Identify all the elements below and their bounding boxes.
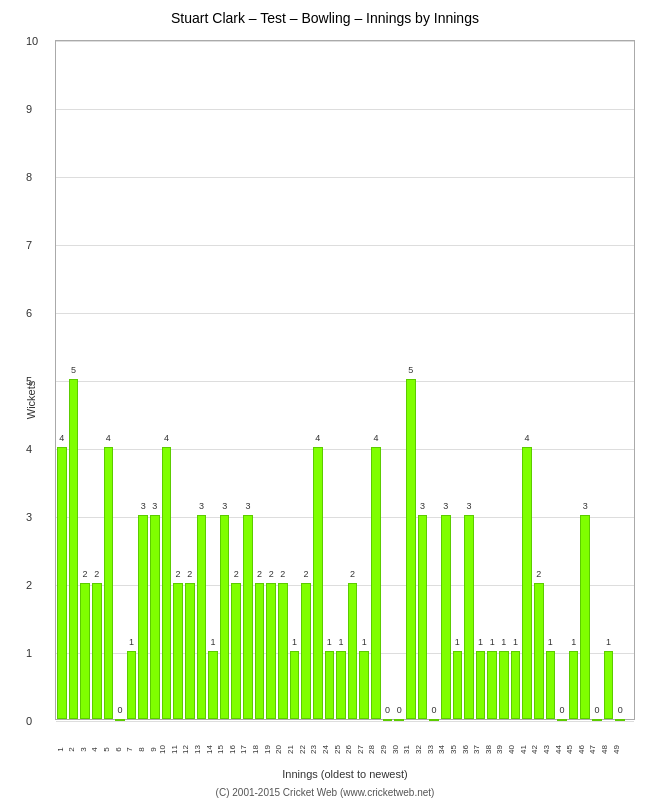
bar: 1 [359,651,369,719]
bar-group: 124 [325,651,335,719]
bar-group: 410 [162,447,172,719]
bar-group: 313 [197,515,207,719]
bar-group: 317 [243,515,253,719]
bar-group: 127 [359,651,369,719]
grid-line [56,41,634,42]
bar: 4 [313,447,323,719]
bar-group: 125 [336,651,346,719]
bar-value-label: 2 [187,569,192,579]
bar: 1 [325,651,335,719]
bar: 2 [173,583,183,719]
bar: 2 [92,583,102,719]
bar-value-label: 2 [350,569,355,579]
y-axis-label: 4 [26,443,32,455]
bar: 1 [290,651,300,719]
x-tick-label: 39 [495,745,504,754]
bar-value-label: 2 [280,569,285,579]
bar-group: 212 [185,583,195,719]
bar: 3 [580,515,590,719]
x-tick-label: 14 [204,745,213,754]
x-tick-label: 33 [425,745,434,754]
x-tick-label: 49 [611,745,620,754]
bar: 3 [197,515,207,719]
bar: 5 [406,379,416,719]
bar-value-label: 1 [292,637,297,647]
x-tick-label: 25 [332,745,341,754]
y-axis-label: 0 [26,715,32,727]
x-tick-label: 19 [262,745,271,754]
bar-value-label: 3 [222,501,227,511]
bar-group: 334 [441,515,451,719]
bar-value-label: 1 [129,637,134,647]
bar: 0 [615,719,625,721]
bar-value-label: 1 [490,637,495,647]
x-tick-label: 41 [518,745,527,754]
bar: 2 [301,583,311,719]
bar-group: 145 [569,651,579,719]
x-tick-label: 4 [90,747,99,751]
bar: 4 [57,447,67,719]
bar-value-label: 2 [94,569,99,579]
x-tick-label: 2 [67,747,76,751]
y-axis-label: 9 [26,103,32,115]
bar-group: 531 [406,379,416,719]
bar-value-label: 3 [583,501,588,511]
grid-line [56,245,634,246]
grid-line [56,313,634,314]
x-tick-label: 24 [320,745,329,754]
bar-value-label: 4 [373,433,378,443]
x-tick-label: 47 [588,745,597,754]
bar-group: 226 [348,583,358,719]
bar-value-label: 1 [362,637,367,647]
bar-value-label: 1 [211,637,216,647]
x-tick-label: 46 [576,745,585,754]
bar-value-label: 0 [560,705,565,715]
x-tick-label: 44 [553,745,562,754]
bar-group: 39 [150,515,160,719]
bar: 5 [69,379,79,719]
bar-value-label: 2 [536,569,541,579]
bar-group: 441 [522,447,532,719]
bar-group: 222 [301,583,311,719]
bar: 3 [138,515,148,719]
y-axis-label: 6 [26,307,32,319]
bar-group: 24 [92,583,102,719]
bar-group: 139 [499,651,509,719]
x-tick-label: 48 [600,745,609,754]
x-tick-label: 28 [367,745,376,754]
x-tick-label: 3 [78,747,87,751]
bar-value-label: 3 [245,501,250,511]
x-tick-label: 42 [530,745,539,754]
bar: 3 [220,515,230,719]
x-tick-label: 38 [483,745,492,754]
bar: 4 [104,447,114,719]
bar-group: 315 [220,515,230,719]
bar: 1 [453,651,463,719]
bar-value-label: 4 [106,433,111,443]
bar-value-label: 3 [420,501,425,511]
bar-value-label: 4 [164,433,169,443]
x-tick-label: 9 [148,747,157,751]
y-axis-label: 3 [26,511,32,523]
bar: 0 [115,719,125,721]
x-tick-label: 23 [309,745,318,754]
bar-value-label: 1 [606,637,611,647]
bar-value-label: 5 [408,365,413,375]
bar: 1 [487,651,497,719]
bar: 2 [185,583,195,719]
bar-value-label: 2 [234,569,239,579]
bar-value-label: 1 [571,637,576,647]
x-tick-label: 34 [437,745,446,754]
x-tick-label: 5 [102,747,111,751]
y-axis-label: 2 [26,579,32,591]
bar-group: 135 [453,651,463,719]
bar-group: 211 [173,583,183,719]
bar: 1 [476,651,486,719]
x-tick-label: 43 [541,745,550,754]
grid-line [56,449,634,450]
bar-value-label: 4 [525,433,530,443]
bar: 0 [394,719,404,721]
x-tick-label: 6 [113,747,122,751]
copyright: (C) 2001-2015 Cricket Web (www.cricketwe… [0,787,650,798]
bar-group: 137 [476,651,486,719]
